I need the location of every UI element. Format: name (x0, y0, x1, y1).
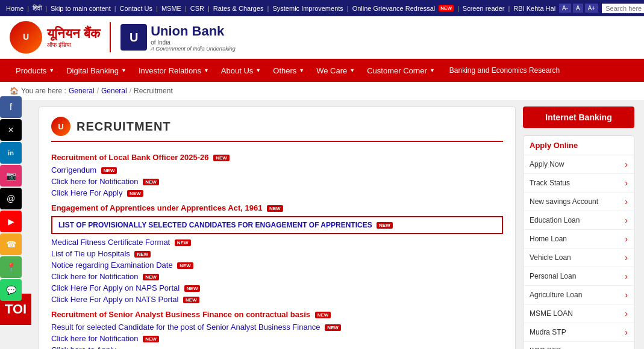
new-savings-item[interactable]: New savings Account › (524, 193, 634, 211)
maps-button[interactable]: 📍 (0, 256, 22, 278)
new-badge: NEW (439, 5, 454, 11)
font-increase-button[interactable]: A+ (585, 4, 599, 13)
notification-1-new-badge: NEW (143, 179, 159, 185)
linkedin-button[interactable]: in (0, 142, 22, 164)
rbi-link[interactable]: RBI Kehta Hai (513, 5, 555, 12)
education-loan-arrow-icon: › (625, 215, 628, 225)
nav-others-arrow-icon: ▼ (299, 67, 304, 73)
hindi-link[interactable]: हिंदी (33, 4, 42, 12)
nav-banking-research[interactable]: Banking and Economics Research (443, 60, 566, 81)
nav-customer-corner[interactable]: Customer Corner ▼ (361, 60, 441, 81)
msme-loan-item[interactable]: MSME LOAN › (524, 304, 634, 323)
nats-apply-link[interactable]: Click Here For Apply on NATS Portal NEW (51, 295, 503, 304)
notification-link-2[interactable]: Click here for Notification NEW (51, 272, 503, 281)
nav-we-care[interactable]: We Care ▼ (310, 60, 361, 81)
home-icon: 🏠 (10, 87, 19, 95)
apply-link-3[interactable]: Click here to Apply (51, 345, 503, 349)
vehicle-loan-item[interactable]: Vehicle Loan › (524, 249, 634, 267)
section-3-header: Recruitment of Senior Analyst Business F… (51, 310, 503, 319)
breadcrumb-sep-1: / (97, 87, 99, 95)
main-layout: U RECRUITMENT Recruitment of Local Bank … (0, 100, 644, 349)
medical-fitness-link[interactable]: Medical Fitness Certificate Format NEW (51, 238, 503, 247)
nav-digital-arrow-icon: ▼ (121, 67, 127, 73)
grievance-link[interactable]: Online Grievance Redressal (352, 5, 436, 12)
rates-link[interactable]: Rates & Charges (213, 5, 264, 12)
section-1: Recruitment of Local Bank Officer 2025-2… (51, 153, 503, 197)
kcc-stp-item[interactable]: KCC STP › (524, 342, 634, 349)
notification-3-new-badge: NEW (143, 336, 159, 342)
exam-new-badge: NEW (177, 262, 193, 269)
personal-loan-item[interactable]: Personal Loan › (524, 267, 634, 286)
nav-about-us[interactable]: About Us ▼ (215, 60, 267, 81)
screen-reader-link[interactable]: Screen reader (463, 5, 505, 12)
apply-now-item[interactable]: Apply Now › (524, 155, 634, 174)
breadcrumb-item-1[interactable]: General (69, 87, 95, 95)
logo-circle-icon: U (10, 21, 42, 54)
section-3-new-badge: NEW (315, 312, 331, 318)
nav-products-arrow-icon: ▼ (49, 67, 54, 73)
nav-digital-banking[interactable]: Digital Banking ▼ (60, 60, 133, 81)
logo-english-area: U Union Bank of India A Government of In… (120, 23, 236, 52)
top-bar-right: A- A A+ 🔍 (559, 2, 644, 14)
logo-en: Union Bank of India A Government of Indi… (151, 23, 236, 52)
nav-about-arrow-icon: ▼ (255, 67, 261, 73)
font-decrease-button[interactable]: A- (559, 4, 571, 13)
contact-link[interactable]: Contact Us (120, 5, 152, 12)
naps-apply-link[interactable]: Click Here For Apply on NAPS Portal NEW (51, 283, 503, 292)
phone-button[interactable]: ☎ (0, 233, 22, 255)
whatsapp-button[interactable]: 💬 (0, 279, 22, 301)
right-sidebar: Internet Banking Apply Online Apply Now … (523, 107, 634, 349)
corrigendum-new-badge: NEW (101, 167, 117, 174)
nav-others[interactable]: Others ▼ (267, 60, 310, 81)
examination-date-link[interactable]: Notice regarding Examination Date NEW (51, 261, 503, 270)
internet-banking-button[interactable]: Internet Banking (523, 107, 634, 128)
nav-investor-relations[interactable]: Investor Relations ▼ (133, 60, 215, 81)
skip-link[interactable]: Skip to main content (51, 5, 111, 12)
track-status-item[interactable]: Track Status › (524, 174, 634, 193)
notification-2-new-badge: NEW (143, 274, 159, 280)
twitter-x-button[interactable]: ✕ (0, 119, 22, 141)
provisionally-selected-link[interactable]: LIST OF PROVISIONALLY SELECTED CANDIDATE… (51, 216, 503, 234)
msme-loan-arrow-icon: › (625, 309, 628, 318)
education-loan-item[interactable]: Education Loan › (524, 211, 634, 230)
nats-new-badge: NEW (183, 297, 199, 303)
search-input[interactable] (602, 4, 644, 13)
mudra-stp-item[interactable]: Mudra STP › (524, 323, 634, 342)
apply-link-1[interactable]: Click Here For Apply NEW (51, 188, 503, 197)
section-3: Recruitment of Senior Analyst Business F… (51, 310, 503, 349)
agriculture-loan-item[interactable]: Agriculture Loan › (524, 286, 634, 304)
logo-hindi-text: यूनियन बैंक (47, 26, 100, 42)
home-loan-item[interactable]: Home Loan › (524, 230, 634, 249)
union-logo-small-icon: U (51, 117, 70, 136)
home-link[interactable]: Home (6, 5, 23, 12)
notification-link-3[interactable]: Click here for Notification NEW (51, 334, 503, 343)
section-2-header: Engagement of Apprentices under Apprenti… (51, 203, 503, 212)
search-box: 🔍 (602, 2, 644, 14)
msme-link[interactable]: MSME (161, 5, 181, 12)
threads-button[interactable]: @ (0, 188, 22, 209)
recruitment-box: U RECRUITMENT Recruitment of Local Bank … (39, 107, 516, 349)
home-loan-arrow-icon: › (625, 234, 628, 244)
top-bar: Home | हिंदी | Skip to main content | Co… (0, 0, 644, 16)
track-status-arrow-icon: › (625, 178, 628, 188)
logo-divider (110, 22, 111, 52)
section-1-new-badge: NEW (213, 155, 230, 161)
union-logo-icon: U (120, 24, 147, 51)
naps-new-badge: NEW (184, 285, 201, 292)
breadcrumb: 🏠 You are here : General / General / Rec… (0, 82, 644, 100)
instagram-button[interactable]: 📷 (0, 165, 22, 187)
youtube-button[interactable]: ▶ (0, 211, 22, 232)
mudra-stp-arrow-icon: › (625, 327, 628, 337)
medical-new-badge: NEW (175, 239, 191, 246)
breadcrumb-item-2[interactable]: General (101, 87, 127, 95)
notification-link-1[interactable]: Click here for Notification NEW (51, 177, 503, 186)
senior-analyst-result-link[interactable]: Result for selected Candidate for the po… (51, 323, 503, 332)
systemic-link[interactable]: Systemic Improvements (272, 5, 343, 12)
tie-up-hospitals-link[interactable]: List of Tie up Hospitals NEW (51, 249, 503, 258)
nav-products[interactable]: Products ▼ (10, 60, 60, 81)
new-savings-arrow-icon: › (625, 197, 628, 206)
facebook-button[interactable]: f (0, 96, 22, 118)
corrigendum-link[interactable]: Corrigendum NEW (51, 165, 503, 174)
csr-link[interactable]: CSR (190, 5, 204, 12)
font-normal-button[interactable]: A (573, 4, 583, 13)
